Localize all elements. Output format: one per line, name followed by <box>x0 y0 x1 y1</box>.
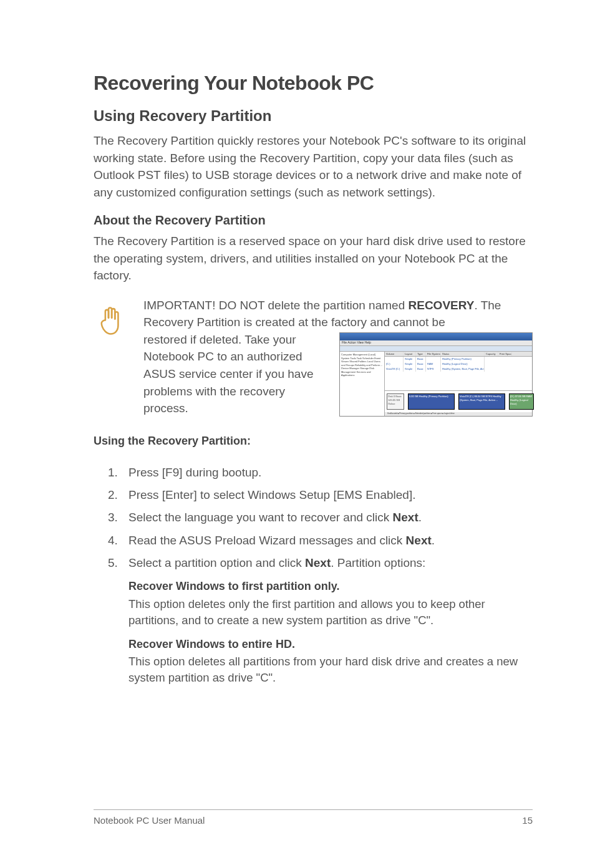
screenshot-legend: Unallocated ■ Primary partition ■ Extend… <box>385 412 532 416</box>
disk-label: Disk 0 Basic 149.05 GB Online <box>387 393 404 410</box>
disk-part2: VistaOS (C:) 86.04 GB NTFS Healthy (Syst… <box>458 393 505 410</box>
important-suffix2: restored if deleted. Take your Notebook … <box>143 331 336 417</box>
section-about-title: About the Recovery Partition <box>94 213 533 228</box>
option-1-title: Recover Windows to first partition only. <box>128 577 533 596</box>
important-text-line1: IMPORTANT! DO NOT delete the partition n… <box>143 297 533 331</box>
col-free: Free Space <box>498 352 512 356</box>
footer-manual-name: Notebook PC User Manual <box>94 815 205 826</box>
page-footer: Notebook PC User Manual 15 <box>94 809 533 826</box>
hand-icon <box>94 302 137 345</box>
step-4: Read the ASUS Preload Wizard messages an… <box>121 531 533 551</box>
section-using-recovery-body: The Recovery Partition quickly restores … <box>94 132 533 201</box>
screenshot-disk-layout: Disk 0 Basic 149.05 GB Online 6.00 GB He… <box>385 390 532 412</box>
screenshot-main: Volume Layout Type File System Status Ca… <box>385 352 532 416</box>
page-title: Recovering Your Notebook PC <box>94 72 533 95</box>
col-type: Type <box>416 352 426 356</box>
disk-part1: 6.00 GB Healthy (Primary Partition) <box>408 393 455 410</box>
col-fs: File System <box>426 352 441 356</box>
screenshot-menu: File Action View Help <box>340 340 532 345</box>
step-5: Select a partition option and click Next… <box>121 553 533 686</box>
section-about-body: The Recovery Partition is a reserved spa… <box>94 233 533 284</box>
screenshot-table: Volume Layout Type File System Status Ca… <box>385 352 532 383</box>
screenshot-titlebar <box>340 333 532 340</box>
option-2-body: This option deletes all partitions from … <box>128 653 533 686</box>
section-using-recovery-title: Using Recovery Partition <box>94 107 533 125</box>
important-prefix: IMPORTANT! DO NOT delete the partition n… <box>143 299 409 312</box>
screenshot-sidebar: Computer Management (Local) System Tools… <box>340 352 385 416</box>
screenshot-toolbar <box>340 345 532 352</box>
step-1: Press [F9] during bootup. <box>121 463 533 483</box>
option-1-body: This option deletes only the first parti… <box>128 596 533 629</box>
disk-part3: (D:) 37.06 GB RAW Healthy (Logical Drive… <box>509 393 534 410</box>
col-layout: Layout <box>404 352 416 356</box>
footer-page-number: 15 <box>522 815 533 826</box>
steps-list: Press [F9] during bootup. Press [Enter] … <box>94 463 533 686</box>
important-recovery-word: RECOVERY <box>409 299 475 312</box>
disk-management-screenshot: File Action View Help Computer Managemen… <box>339 332 533 417</box>
steps-heading: Using the Recovery Partition: <box>94 435 533 448</box>
step-3: Select the language you want to recover … <box>121 508 533 528</box>
step-2: Press [Enter] to select Windows Setup [E… <box>121 485 533 505</box>
option-2-title: Recover Windows to entire HD. <box>128 635 533 654</box>
col-status: Status <box>441 352 485 356</box>
important-note: IMPORTANT! DO NOT delete the partition n… <box>94 297 533 417</box>
col-volume: Volume <box>385 352 404 356</box>
col-cap: Capacity <box>485 352 498 356</box>
